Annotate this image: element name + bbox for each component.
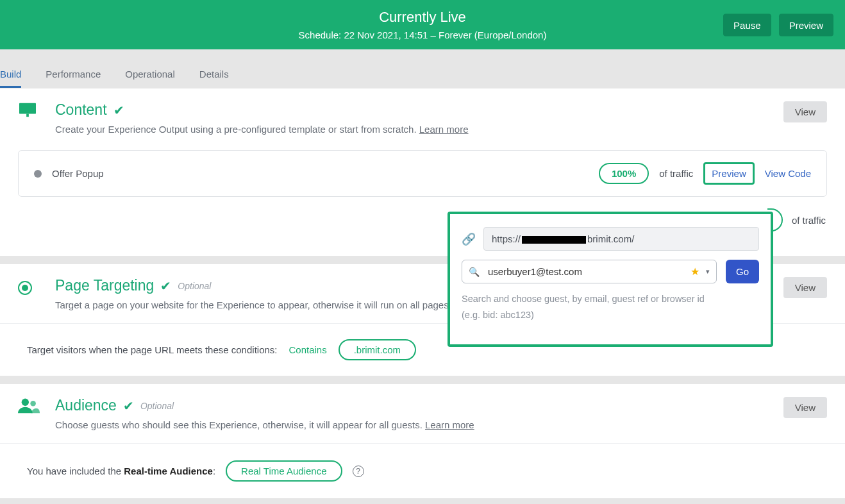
content-variant-row: Offer Popup 100% of traffic Preview View…: [18, 150, 827, 197]
radio-selected-icon: [18, 277, 44, 295]
optional-label: Optional: [140, 401, 174, 411]
conditions-text: Target visitors when the page URL meets …: [27, 344, 277, 355]
guest-search-hint: Search and choose guest, by email, guest…: [462, 291, 717, 323]
chevron-down-icon[interactable]: ▾: [706, 267, 710, 276]
audience-title: Audience: [55, 397, 117, 414]
content-title: Content: [55, 101, 107, 119]
tab-performance[interactable]: Performance: [46, 69, 101, 88]
preview-url-input[interactable]: https://brimit.com/: [483, 227, 759, 251]
content-desc-text: Create your Experience Output using a pr…: [55, 124, 419, 135]
check-icon: ✔: [113, 103, 124, 118]
contains-operator[interactable]: Contains: [289, 344, 326, 355]
included-bold: Real-time Audience: [124, 466, 213, 476]
audience-learn-more[interactable]: Learn more: [425, 419, 474, 430]
svg-point-3: [30, 401, 36, 407]
url-suffix: brimit.com/: [587, 233, 634, 244]
pause-button[interactable]: Pause: [723, 13, 771, 36]
section-audience: Audience ✔ Optional Choose guests who sh…: [0, 383, 845, 443]
page-targeting-desc-text: Target a page on your website for the Ex…: [55, 299, 454, 310]
realtime-audience-pill[interactable]: Real Time Audience: [226, 460, 342, 482]
status-dot-icon: [34, 170, 42, 178]
status-banner: Currently Live Schedule: 22 Nov 2021, 14…: [0, 0, 845, 49]
preview-button[interactable]: Preview: [779, 13, 833, 36]
content-desc: Create your Experience Output using a pr…: [55, 124, 783, 135]
go-button[interactable]: Go: [726, 260, 759, 283]
tab-operational[interactable]: Operational: [125, 69, 175, 88]
search-icon: 🔍: [469, 267, 481, 277]
domain-pill[interactable]: .brimit.com: [339, 339, 416, 360]
included-colon: :: [213, 466, 215, 476]
presentation-icon: [18, 101, 44, 122]
svg-rect-1: [26, 114, 29, 117]
of-traffic-label: of traffic: [659, 168, 693, 179]
traffic-percent-pill[interactable]: 100%: [599, 163, 649, 184]
preview-popover: 🔗 https://brimit.com/ 🔍 ★ ▾ Search and c…: [448, 212, 773, 347]
content-view-button[interactable]: View: [783, 101, 827, 122]
audience-view-button[interactable]: View: [783, 397, 827, 418]
check-icon: ✔: [123, 398, 134, 414]
optional-label: Optional: [178, 281, 211, 291]
banner-title: Currently Live: [299, 9, 547, 26]
variant-preview-link[interactable]: Preview: [703, 162, 754, 185]
guest-search-input[interactable]: [488, 266, 684, 277]
view-code-link[interactable]: View Code: [765, 168, 811, 179]
audience-desc: Choose guests who should see this Experi…: [55, 419, 783, 430]
link-icon: 🔗: [462, 232, 474, 246]
svg-rect-0: [19, 103, 36, 114]
included-prefix: You have included the: [27, 466, 124, 476]
content-learn-more[interactable]: Learn more: [419, 124, 469, 135]
extra-of-traffic-label: of traffic: [792, 215, 826, 226]
guest-search-wrap: 🔍 ★ ▾: [462, 260, 717, 283]
tab-bar: Build Performance Operational Details: [0, 49, 845, 88]
check-icon: ✔: [160, 278, 171, 294]
page-targeting-view-button[interactable]: View: [783, 277, 827, 298]
redacted-text: [522, 236, 586, 244]
tab-details[interactable]: Details: [199, 69, 229, 88]
tab-build[interactable]: Build: [0, 69, 21, 88]
audience-included-row: You have included the Real-time Audience…: [0, 443, 845, 498]
audience-desc-text: Choose guests who should see this Experi…: [55, 419, 425, 430]
page-targeting-title: Page Targeting: [55, 277, 154, 294]
help-icon[interactable]: ?: [353, 466, 364, 477]
banner-schedule: Schedule: 22 Nov 2021, 14:51 – Forever (…: [299, 29, 547, 40]
star-icon[interactable]: ★: [690, 265, 699, 278]
people-icon: [18, 397, 44, 417]
variant-name: Offer Popup: [52, 168, 104, 179]
svg-point-2: [22, 399, 29, 406]
url-prefix: https://: [492, 233, 521, 244]
